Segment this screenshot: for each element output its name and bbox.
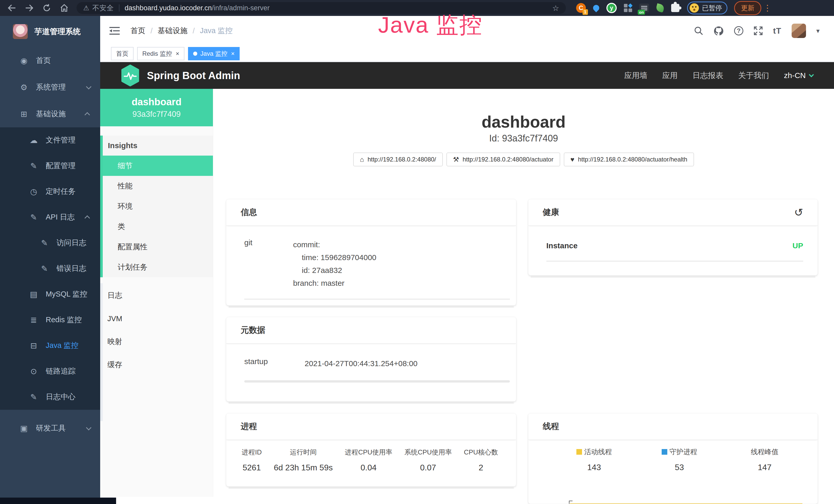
sidebar-item-files[interactable]: ☁ 文件管理 bbox=[0, 127, 100, 153]
sidebar-item-home[interactable]: ◉ 首页 bbox=[0, 47, 100, 74]
breadcrumb-infra[interactable]: 基础设施 bbox=[158, 26, 188, 36]
threads-area-chart: 140 120 100 bbox=[528, 502, 818, 504]
sidebar-item-label: 文件管理 bbox=[46, 135, 75, 145]
sba-item-configprops[interactable]: 配置属性 bbox=[103, 237, 213, 257]
sidebar-item-label: 首页 bbox=[36, 55, 51, 66]
tag-home[interactable]: 首页 bbox=[111, 47, 134, 60]
sidebar-item-log-center[interactable]: ✎ 日志中心 bbox=[0, 384, 100, 410]
locale-selector[interactable]: zh-CN bbox=[784, 71, 812, 80]
sidebar-item-java-monitor[interactable]: ⊟ Java 监控 bbox=[0, 333, 100, 359]
extensions-puzzle-icon[interactable] bbox=[671, 4, 679, 12]
breadcrumb-separator: / bbox=[193, 27, 195, 35]
profile-paused-chip[interactable]: 已暂停 bbox=[687, 2, 727, 15]
health-card-header: 健康 ↺ bbox=[528, 199, 817, 226]
wrench-icon: ⚒ bbox=[453, 156, 459, 164]
back-icon[interactable] bbox=[6, 2, 18, 14]
api-log-icon: ✎ bbox=[28, 212, 39, 222]
process-col-system-cpu: 系统CPU使用率 0.07 bbox=[404, 448, 452, 473]
sidebar-item-mysql[interactable]: ▤ MySQL 监控 bbox=[0, 281, 100, 307]
devtools-briefcase-icon: ▣ bbox=[19, 423, 29, 433]
sba-item-logfile[interactable]: 日志 bbox=[100, 284, 213, 307]
actuator-url-button[interactable]: ⚒ http://192.168.0.2:48080/actuator bbox=[446, 153, 560, 166]
kebab-menu-icon[interactable]: ⋮ bbox=[763, 3, 772, 13]
threads-card-header: 线程 bbox=[528, 413, 817, 440]
git-commit-line: commit: bbox=[293, 238, 376, 251]
address-bar[interactable]: ⚠ 不安全 dashboard.yudao.iocoder.cn /infra/… bbox=[76, 2, 566, 14]
help-icon[interactable]: ? bbox=[734, 26, 743, 36]
close-icon[interactable]: × bbox=[176, 51, 179, 57]
sba-item-environment[interactable]: 环境 bbox=[103, 196, 213, 216]
history-icon[interactable]: ↺ bbox=[794, 206, 803, 219]
github-icon[interactable] bbox=[714, 26, 724, 36]
sba-item-details[interactable]: 细节 bbox=[103, 156, 213, 176]
sba-item-jvm[interactable]: JVM bbox=[100, 307, 213, 330]
sidebar-item-label: 日志中心 bbox=[46, 392, 75, 402]
security-label[interactable]: 不安全 bbox=[92, 3, 114, 13]
grid-extension-icon[interactable] bbox=[624, 4, 632, 12]
sba-item-classes[interactable]: 类 bbox=[103, 216, 213, 237]
tag-label: Redis 监控 bbox=[142, 49, 172, 58]
app-logo-row[interactable]: 芋道管理系统 bbox=[0, 16, 100, 47]
textsize-icon[interactable]: tT bbox=[773, 26, 781, 36]
update-button[interactable]: 更新 bbox=[734, 1, 761, 15]
sidebar-item-label: 定时任务 bbox=[46, 186, 75, 197]
sidebar-item-access-log[interactable]: ✎ 访问日志 bbox=[0, 230, 100, 256]
switch-on-extension-icon[interactable]: on bbox=[639, 4, 649, 12]
sidebar-item-system[interactable]: ⚙ 系统管理 bbox=[0, 74, 100, 101]
info-card-header: 信息 bbox=[226, 199, 516, 226]
green-y-extension-icon[interactable]: y bbox=[607, 3, 617, 13]
breadcrumb-home[interactable]: 首页 bbox=[130, 26, 146, 36]
sba-nav-journal[interactable]: 日志报表 bbox=[693, 70, 723, 81]
sidebar-item-label: MySQL 监控 bbox=[46, 289, 87, 299]
pin-extension-icon[interactable] bbox=[593, 5, 599, 11]
sidebar-item-redis[interactable]: ≣ Redis 监控 bbox=[0, 307, 100, 333]
sba-item-mappings[interactable]: 映射 bbox=[100, 330, 213, 353]
instance-header[interactable]: dashboard 93a3fc7f7409 bbox=[100, 89, 213, 126]
sidebar-item-tracing[interactable]: ⊙ 链路追踪 bbox=[0, 359, 100, 384]
forward-icon[interactable] bbox=[24, 2, 35, 14]
chevron-down-icon bbox=[86, 425, 91, 430]
cell-value: 0.07 bbox=[404, 463, 452, 473]
sba-item-caches[interactable]: 缓存 bbox=[100, 353, 213, 376]
close-icon[interactable]: × bbox=[231, 51, 235, 57]
health-card-body: Instance UP bbox=[528, 226, 817, 261]
leaf-extension-icon[interactable] bbox=[656, 4, 664, 12]
sidebar-item-devtools[interactable]: ▣ 研发工具 bbox=[0, 415, 100, 442]
hamburger-icon[interactable] bbox=[109, 26, 120, 35]
extensions-row: C 1 y on bbox=[576, 3, 679, 13]
sba-nav-wallboard[interactable]: 应用墙 bbox=[624, 70, 647, 81]
sba-item-scheduledtasks[interactable]: 计划任务 bbox=[103, 257, 213, 277]
fullscreen-icon[interactable] bbox=[753, 26, 763, 36]
sba-item-metrics[interactable]: 性能 bbox=[103, 176, 213, 196]
sba-brand[interactable]: Spring Boot Admin bbox=[147, 70, 240, 82]
colorpicker-extension-icon[interactable]: C 1 bbox=[576, 3, 586, 13]
reload-icon[interactable] bbox=[41, 2, 52, 14]
navbar-actions: ? tT ▾ bbox=[694, 24, 834, 38]
legend-col-daemon: 守护进程 53 bbox=[637, 447, 722, 472]
tag-redis[interactable]: Redis 监控 × bbox=[137, 47, 184, 60]
sidebar-item-api-log[interactable]: ✎ API 日志 bbox=[0, 204, 100, 230]
sidebar-item-infrastructure[interactable]: ⊞ 基础设施 bbox=[0, 101, 100, 127]
tag-java-active[interactable]: Java 监控 × bbox=[188, 47, 240, 60]
home-icon[interactable] bbox=[59, 2, 70, 14]
horizontal-scrollbar[interactable] bbox=[244, 380, 510, 383]
user-avatar[interactable] bbox=[792, 24, 806, 38]
heart-icon: ♥ bbox=[570, 156, 574, 164]
sba-nav-about[interactable]: 关于我们 bbox=[738, 70, 769, 81]
instance-links: ⌂ http://192.168.0.2:48080/ ⚒ http://192… bbox=[213, 153, 834, 166]
caret-down-icon[interactable]: ▾ bbox=[816, 27, 820, 35]
chevron-up-icon bbox=[85, 215, 90, 221]
app-sidebar: 芋道管理系统 ◉ 首页 ⚙ 系统管理 ⊞ 基础设施 ☁ 文件管理 bbox=[0, 16, 100, 504]
bookmark-star-icon[interactable]: ☆ bbox=[552, 4, 559, 13]
insights-label: Insights bbox=[103, 136, 213, 156]
card-title: 进程 bbox=[241, 421, 257, 432]
sidebar-scrollbar[interactable] bbox=[100, 283, 103, 421]
sidebar-item-jobs[interactable]: ◷ 定时任务 bbox=[0, 179, 100, 204]
health-url-button[interactable]: ♥ http://192.168.0.2:48080/actuator/heal… bbox=[564, 153, 694, 166]
search-icon[interactable] bbox=[694, 26, 703, 36]
sidebar-item-config[interactable]: ✎ 配置管理 bbox=[0, 153, 100, 179]
sba-nav-applications[interactable]: 应用 bbox=[662, 70, 678, 81]
sba-logo-icon[interactable] bbox=[120, 65, 140, 87]
service-url-button[interactable]: ⌂ http://192.168.0.2:48080/ bbox=[353, 153, 443, 166]
sidebar-item-error-log[interactable]: ✎ 错误日志 bbox=[0, 256, 100, 281]
